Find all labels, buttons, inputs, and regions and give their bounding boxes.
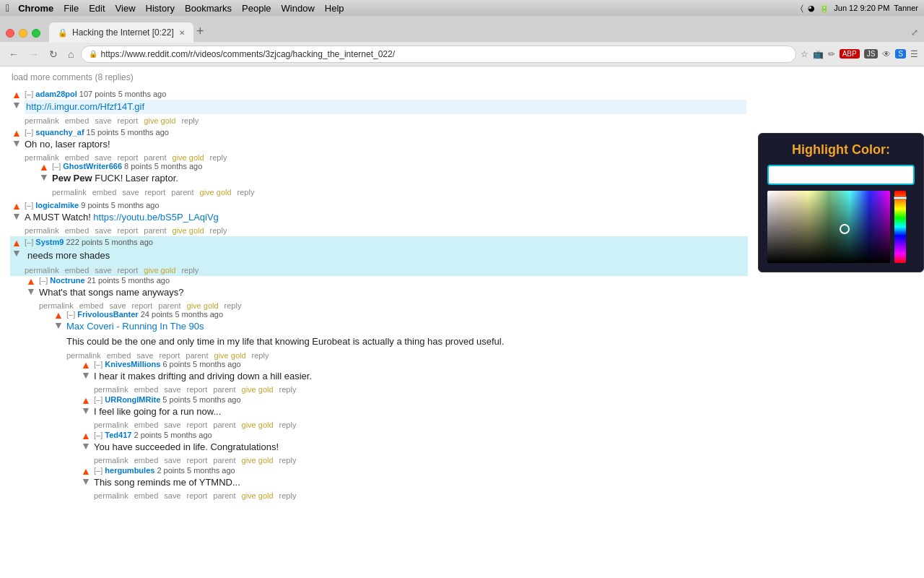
- upvote-button[interactable]: ▲: [81, 431, 91, 441]
- downvote-button[interactable]: ▼: [12, 248, 22, 258]
- action-permalink[interactable]: permalink: [25, 116, 59, 125]
- menu-file[interactable]: File: [64, 3, 79, 14]
- upvote-button[interactable]: ▲: [12, 238, 22, 248]
- action-parent[interactable]: parent: [144, 153, 166, 162]
- downvote-button[interactable]: ▼: [26, 286, 36, 296]
- action-report[interactable]: report: [160, 351, 180, 360]
- active-tab[interactable]: 🔒 Hacking the Internet [0:22] ✕: [49, 22, 193, 43]
- comment-username[interactable]: Ted417: [105, 431, 131, 439]
- menu-bookmarks[interactable]: Bookmarks: [185, 3, 232, 14]
- action-reply[interactable]: reply: [252, 351, 269, 360]
- comment-username[interactable]: GhostWriter666: [63, 162, 122, 171]
- action-give-gold[interactable]: give gold: [187, 301, 219, 310]
- action-give-gold[interactable]: give gold: [242, 456, 274, 465]
- action-save[interactable]: save: [109, 301, 126, 310]
- upvote-button[interactable]: ▲: [81, 395, 91, 405]
- action-embed[interactable]: embed: [65, 226, 90, 235]
- action-give-gold[interactable]: give gold: [200, 188, 232, 197]
- upvote-button[interactable]: ▲: [12, 90, 22, 100]
- action-save[interactable]: save: [164, 385, 180, 394]
- downvote-button[interactable]: ▼: [81, 441, 91, 451]
- upvote-button[interactable]: ▲: [53, 310, 64, 320]
- action-give-gold[interactable]: give gold: [214, 351, 246, 360]
- action-permalink[interactable]: permalink: [94, 491, 128, 500]
- action-embed[interactable]: embed: [134, 491, 159, 500]
- menu-edit[interactable]: Edit: [89, 3, 105, 14]
- new-tab-button[interactable]: +: [196, 24, 204, 39]
- comment-username[interactable]: URRongIMRite: [105, 395, 160, 404]
- pencil-icon[interactable]: ✏: [828, 49, 835, 59]
- action-report[interactable]: report: [145, 188, 166, 197]
- action-save[interactable]: save: [95, 226, 111, 235]
- action-embed[interactable]: embed: [65, 116, 90, 125]
- action-embed[interactable]: embed: [65, 153, 90, 162]
- upvote-button[interactable]: ▲: [81, 466, 91, 476]
- action-report[interactable]: report: [118, 116, 139, 125]
- downvote-button[interactable]: ▼: [53, 320, 64, 330]
- downvote-button[interactable]: ▼: [39, 172, 49, 182]
- menu-view[interactable]: View: [116, 3, 136, 14]
- upvote-button[interactable]: ▲: [12, 201, 22, 211]
- action-reply[interactable]: reply: [279, 420, 297, 429]
- downvote-button[interactable]: ▼: [81, 370, 91, 380]
- forward-button[interactable]: →: [26, 47, 42, 61]
- reload-button[interactable]: ↻: [46, 47, 61, 61]
- action-embed[interactable]: embed: [65, 266, 90, 275]
- action-give-gold[interactable]: give gold: [173, 153, 204, 162]
- minimize-button[interactable]: [19, 29, 27, 38]
- action-parent[interactable]: parent: [144, 226, 166, 235]
- comment-link[interactable]: Max Coveri - Running In The 90s: [66, 321, 204, 332]
- reddit-content[interactable]: load more comments (8 replies) ▲ ▼ [–] a…: [0, 66, 758, 578]
- menu-help[interactable]: Help: [325, 3, 344, 14]
- action-embed[interactable]: embed: [134, 385, 159, 394]
- comment-username[interactable]: Systm9: [35, 238, 64, 246]
- gradient-area[interactable]: [767, 191, 890, 263]
- action-permalink[interactable]: permalink: [52, 188, 87, 197]
- action-save[interactable]: save: [95, 116, 111, 125]
- action-report[interactable]: report: [187, 456, 208, 465]
- downvote-button[interactable]: ▼: [12, 138, 22, 148]
- action-embed[interactable]: embed: [107, 351, 131, 360]
- hue-slider[interactable]: [894, 191, 906, 263]
- menu-window[interactable]: Window: [282, 3, 315, 14]
- action-embed[interactable]: embed: [92, 188, 117, 197]
- custom-extension[interactable]: S: [895, 49, 906, 59]
- action-parent[interactable]: parent: [213, 491, 235, 500]
- js-extension[interactable]: JS: [864, 49, 879, 59]
- action-report[interactable]: report: [118, 153, 139, 162]
- action-permalink[interactable]: permalink: [94, 420, 128, 429]
- action-give-gold[interactable]: give gold: [242, 420, 274, 429]
- action-give-gold[interactable]: give gold: [144, 116, 175, 125]
- downvote-button[interactable]: ▼: [81, 405, 91, 415]
- action-report[interactable]: report: [132, 301, 153, 310]
- action-report[interactable]: report: [118, 266, 139, 275]
- action-save[interactable]: save: [95, 266, 111, 275]
- action-parent[interactable]: parent: [213, 456, 235, 465]
- action-parent[interactable]: parent: [186, 351, 208, 360]
- load-more-comments[interactable]: load more comments (8 replies): [12, 72, 746, 82]
- action-permalink[interactable]: permalink: [25, 226, 59, 235]
- action-report[interactable]: report: [187, 385, 208, 394]
- action-reply[interactable]: reply: [225, 301, 242, 310]
- home-button[interactable]: ⌂: [65, 47, 77, 61]
- downvote-button[interactable]: ▼: [12, 211, 22, 221]
- downvote-button[interactable]: ▼: [81, 476, 91, 486]
- action-save[interactable]: save: [95, 153, 111, 162]
- action-reply[interactable]: reply: [210, 226, 227, 235]
- upvote-button[interactable]: ▲: [12, 128, 22, 138]
- action-reply[interactable]: reply: [210, 153, 227, 162]
- tab-close-button[interactable]: ✕: [179, 29, 185, 37]
- action-report[interactable]: report: [187, 491, 208, 500]
- action-parent[interactable]: parent: [213, 385, 235, 394]
- menu-history[interactable]: History: [146, 3, 175, 14]
- action-permalink[interactable]: permalink: [94, 456, 128, 465]
- action-embed[interactable]: embed: [79, 301, 104, 310]
- action-parent[interactable]: parent: [158, 301, 180, 310]
- maximize-button[interactable]: [32, 29, 40, 38]
- eye-extension[interactable]: 👁: [882, 49, 891, 59]
- chrome-menu-icon[interactable]: ☰: [910, 49, 918, 59]
- comment-username[interactable]: FrivolousBanter: [77, 310, 138, 319]
- comment-username[interactable]: KnivesMillions: [105, 360, 160, 368]
- action-embed[interactable]: embed: [134, 420, 159, 429]
- action-permalink[interactable]: permalink: [66, 351, 101, 360]
